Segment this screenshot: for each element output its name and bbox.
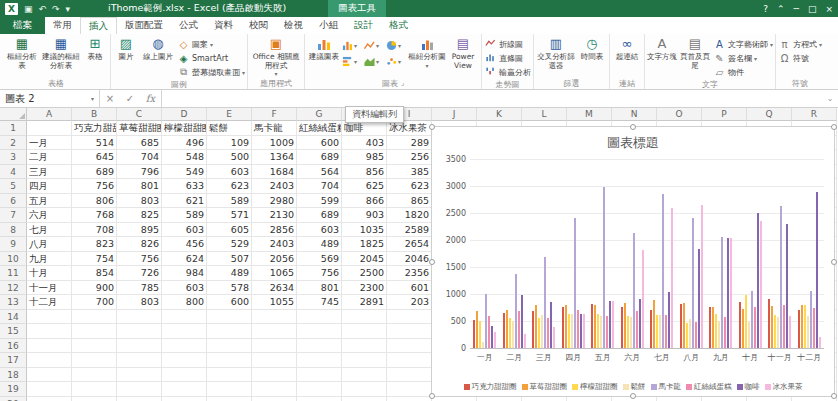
bar[interactable] (621, 307, 623, 348)
bar[interactable] (692, 218, 694, 348)
cell[interactable] (477, 397, 522, 401)
chart-resize-handle[interactable] (429, 259, 435, 265)
bar[interactable] (745, 295, 747, 348)
cell[interactable]: 708 (72, 223, 117, 238)
cell[interactable]: 2300 (342, 281, 387, 296)
cell[interactable]: 825 (117, 208, 162, 223)
cell[interactable]: 五月 (27, 194, 72, 209)
row-header[interactable]: 18 (0, 368, 27, 383)
recommended-charts-button[interactable]: 建議圖表 (307, 35, 341, 77)
cell[interactable] (27, 339, 72, 354)
row-header[interactable]: 9 (0, 237, 27, 252)
cell[interactable]: 785 (117, 281, 162, 296)
row-header[interactable]: 5 (0, 179, 27, 194)
bar[interactable] (665, 315, 667, 348)
x-axis-label[interactable]: 四月 (559, 351, 589, 365)
bar[interactable] (653, 300, 655, 348)
cell[interactable] (162, 382, 207, 397)
row-header[interactable]: 20 (0, 397, 27, 401)
cell[interactable]: 633 (162, 179, 207, 194)
cell[interactable] (207, 397, 252, 401)
chart-resize-handle[interactable] (429, 124, 435, 130)
cell[interactable] (342, 339, 387, 354)
cell[interactable] (252, 324, 297, 339)
cell[interactable]: 500 (207, 150, 252, 165)
cell[interactable]: 599 (297, 194, 342, 209)
column-header[interactable]: P (702, 108, 747, 121)
row-header[interactable]: 11 (0, 266, 27, 281)
column-header[interactable]: M (567, 108, 612, 121)
cell[interactable]: 2654 (387, 237, 432, 252)
cell[interactable]: 600 (207, 295, 252, 310)
cell[interactable] (162, 324, 207, 339)
cell[interactable]: 985 (342, 150, 387, 165)
cell[interactable] (387, 382, 432, 397)
bar[interactable] (624, 303, 626, 348)
bar[interactable] (701, 205, 703, 348)
cell[interactable]: 1009 (252, 136, 297, 151)
insert-line-chart-button[interactable]: ▾ (364, 38, 385, 53)
cell[interactable]: 803 (117, 295, 162, 310)
bar[interactable] (550, 302, 552, 348)
cell[interactable]: 803 (117, 194, 162, 209)
cell[interactable]: 564 (297, 165, 342, 180)
cell[interactable] (252, 310, 297, 325)
cell[interactable] (342, 397, 387, 401)
cell[interactable] (162, 339, 207, 354)
row-header[interactable]: 8 (0, 223, 27, 238)
cell[interactable] (72, 368, 117, 383)
header-footer-button[interactable]: ▤ 頁首及頁尾 (678, 35, 712, 79)
redo-icon[interactable]: ↷ (52, 4, 60, 14)
cell[interactable]: 冰水果茶 (387, 121, 432, 136)
cell[interactable] (117, 324, 162, 339)
cell[interactable]: 700 (72, 295, 117, 310)
tab-review[interactable]: 校閱 (241, 17, 276, 34)
y-axis-label[interactable]: 3500 (446, 155, 470, 164)
chart-resize-handle[interactable] (831, 393, 837, 399)
cell[interactable]: 529 (207, 237, 252, 252)
bar[interactable] (627, 316, 629, 348)
bar[interactable] (698, 249, 700, 348)
bar[interactable] (768, 299, 770, 348)
row-header[interactable]: 2 (0, 136, 27, 151)
bar[interactable] (568, 314, 570, 348)
bar[interactable] (609, 301, 611, 348)
cell[interactable]: 578 (207, 281, 252, 296)
chart-resize-handle[interactable] (630, 393, 636, 399)
cell[interactable]: 984 (162, 266, 207, 281)
cell[interactable] (117, 339, 162, 354)
bar[interactable] (686, 323, 688, 348)
online-pictures-button[interactable]: ◍ 線上圖片 (140, 35, 176, 79)
sparkline-column-button[interactable]: 直條圖 (484, 51, 531, 65)
row-header[interactable]: 14 (0, 310, 27, 325)
cell[interactable]: 203 (387, 295, 432, 310)
column-header[interactable]: K (477, 108, 522, 121)
bar[interactable] (506, 310, 508, 348)
bar[interactable] (612, 301, 614, 348)
insert-column-chart-button[interactable]: ▾ (342, 38, 363, 53)
cell[interactable]: 689 (72, 165, 117, 180)
bar[interactable] (780, 206, 782, 348)
bar[interactable] (730, 238, 732, 348)
x-axis-label[interactable]: 十二月 (795, 351, 825, 365)
x-axis-label[interactable]: 九月 (706, 351, 736, 365)
cell[interactable] (27, 397, 72, 401)
cell[interactable]: 589 (207, 194, 252, 209)
bar[interactable] (606, 316, 608, 348)
chart-title[interactable]: 圖表標題 (432, 134, 834, 152)
customize-qat-icon[interactable]: ▾ (66, 4, 71, 14)
cell[interactable] (72, 397, 117, 401)
cell[interactable]: 623 (207, 179, 252, 194)
cell[interactable]: 548 (162, 150, 207, 165)
bar[interactable] (680, 304, 682, 348)
bar[interactable] (553, 327, 555, 348)
cell[interactable]: 109 (207, 136, 252, 151)
bar[interactable] (689, 319, 691, 348)
chart[interactable]: 圖表標題 0500100015002000250030003500 一月二月三月… (431, 126, 835, 397)
bar[interactable] (574, 218, 576, 348)
cell[interactable]: 569 (297, 252, 342, 267)
y-axis-label[interactable]: 3000 (446, 182, 470, 191)
cell[interactable]: 489 (207, 266, 252, 281)
tab-team[interactable]: 小組 (311, 17, 346, 34)
cell[interactable]: 1364 (252, 150, 297, 165)
